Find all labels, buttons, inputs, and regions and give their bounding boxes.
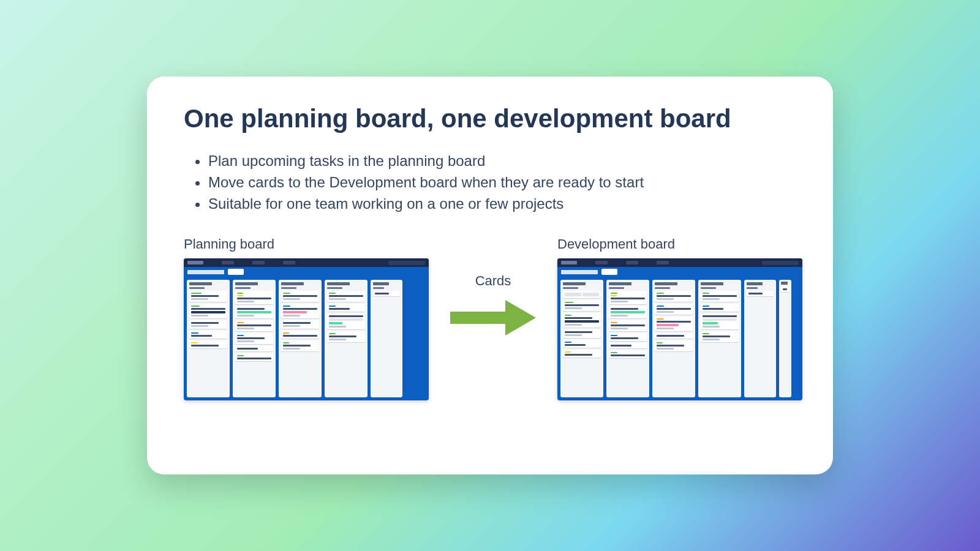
development-board-label: Development board: [557, 236, 802, 252]
development-board-thumbnail: [557, 258, 802, 400]
bullet-list: Plan upcoming tasks in the planning boar…: [184, 151, 796, 214]
thumb-lists: [184, 277, 429, 400]
thumb-board-header: [557, 267, 802, 277]
cards-arrow-block: Cards: [441, 273, 545, 340]
slide-card: One planning board, one development boar…: [147, 77, 833, 474]
thumb-topbar: [557, 258, 802, 267]
arrow-label: Cards: [475, 273, 511, 289]
development-board-block: Development board: [557, 236, 802, 400]
boards-row: Planning board: [184, 236, 796, 400]
thumb-lists: [557, 277, 802, 400]
gradient-background: One planning board, one development boar…: [0, 0, 980, 551]
thumb-topbar: [184, 258, 429, 267]
arrow-right-icon: [447, 295, 539, 340]
thumb-board-header: [184, 267, 429, 277]
slide-title: One planning board, one development boar…: [184, 104, 796, 133]
bullet-item: Plan upcoming tasks in the planning boar…: [208, 151, 796, 172]
bullet-item: Suitable for one team working on a one o…: [208, 193, 796, 215]
planning-board-block: Planning board: [184, 236, 429, 400]
bullet-item: Move cards to the Development board when…: [208, 172, 796, 193]
planning-board-thumbnail: [184, 258, 429, 400]
planning-board-label: Planning board: [184, 236, 429, 252]
